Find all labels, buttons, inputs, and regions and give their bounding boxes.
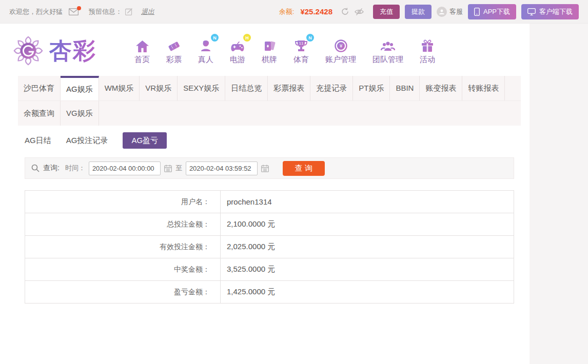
hide-balance-icon[interactable] bbox=[355, 8, 364, 15]
nav-item-lottery[interactable]: 彩票 bbox=[158, 37, 190, 65]
nav-item-sports[interactable]: 11 N 体育 bbox=[285, 37, 317, 65]
table-row-total-bet: 总投注金额： 2,100.0000 元 bbox=[25, 213, 514, 236]
client-download-button[interactable]: 客户端下载 bbox=[521, 4, 579, 19]
subtab-ag-profit-loss[interactable]: AG盈亏 bbox=[123, 132, 167, 149]
topbar-right: 余额: ¥25.2428 充值 提款 客服 APP下载 bbox=[279, 4, 579, 19]
row-label: 总投注金额： bbox=[25, 213, 221, 236]
tab-transfer-report[interactable]: 转账报表 bbox=[462, 76, 505, 100]
gamepad-icon: H bbox=[230, 37, 245, 52]
page-body: 杏彩 首页 彩票 N 真人 bbox=[0, 24, 530, 364]
header: 杏彩 首页 彩票 N 真人 bbox=[0, 24, 530, 76]
calendar-from-icon[interactable] bbox=[164, 165, 172, 172]
nav-item-egames[interactable]: H 电游 bbox=[222, 37, 253, 65]
tab-row-2: 余额查询 VG娱乐 bbox=[18, 101, 521, 126]
nav-item-live[interactable]: N 真人 bbox=[190, 37, 222, 65]
report-tabbar: 沙巴体育 AG娱乐 WM娱乐 VR娱乐 SEXY娱乐 日结总览 彩票报表 充提记… bbox=[18, 76, 521, 126]
edit-icon[interactable] bbox=[125, 8, 133, 15]
calendar-to-icon[interactable] bbox=[261, 165, 269, 172]
welcome-text: 欢迎您，烈火好猛 bbox=[9, 7, 63, 16]
brand-name: 杏彩 bbox=[49, 36, 96, 66]
tab-ag[interactable]: AG娱乐 bbox=[61, 76, 99, 100]
customer-service[interactable]: 客服 bbox=[437, 7, 463, 17]
tab-vg[interactable]: VG娱乐 bbox=[61, 101, 99, 126]
gift-icon bbox=[421, 37, 434, 52]
subtab-ag-bet-records[interactable]: AG投注记录 bbox=[66, 132, 108, 149]
phone-icon bbox=[474, 8, 480, 16]
egames-hot-badge: H bbox=[243, 34, 251, 42]
table-row-winnings: 中奖金额： 3,525.0000 元 bbox=[25, 258, 514, 281]
customer-service-icon bbox=[437, 7, 447, 17]
nav-item-promotions[interactable]: 活动 bbox=[411, 37, 443, 65]
main-nav: 首页 彩票 N 真人 H 电游 bbox=[126, 37, 443, 65]
brand-emblem-icon bbox=[12, 35, 44, 67]
team-group-icon bbox=[381, 37, 395, 52]
search-icon bbox=[31, 164, 40, 172]
time-from-input[interactable] bbox=[89, 161, 161, 175]
tab-wm[interactable]: WM娱乐 bbox=[99, 76, 140, 100]
row-value: 2,025.0000 元 bbox=[221, 236, 514, 258]
row-value: 2,100.0000 元 bbox=[221, 213, 514, 236]
mail-icon[interactable] bbox=[69, 8, 79, 15]
subtab-ag-daily[interactable]: AG日结 bbox=[25, 132, 51, 149]
client-download-label: 客户端下载 bbox=[539, 7, 573, 16]
live-dealer-icon: N bbox=[199, 37, 212, 52]
live-new-badge: N bbox=[211, 34, 219, 42]
customer-service-label: 客服 bbox=[449, 7, 463, 16]
nav-item-team[interactable]: 团队管理 bbox=[364, 37, 411, 65]
balance-value: ¥25.2428 bbox=[300, 7, 332, 16]
tab-balance-query[interactable]: 余额查询 bbox=[18, 101, 61, 126]
tab-shaba-sports[interactable]: 沙巴体育 bbox=[18, 76, 61, 100]
refresh-balance-icon[interactable] bbox=[341, 7, 349, 16]
brand-logo[interactable]: 杏彩 bbox=[12, 35, 96, 67]
row-value: 3,525.0000 元 bbox=[221, 258, 514, 281]
table-row-profit-loss: 盈亏金额： 1,425.0000 元 bbox=[25, 281, 514, 304]
tab-row-1: 沙巴体育 AG娱乐 WM娱乐 VR娱乐 SEXY娱乐 日结总览 彩票报表 充提记… bbox=[18, 76, 521, 101]
withdraw-button[interactable]: 提款 bbox=[405, 5, 432, 19]
range-separator: 至 bbox=[175, 164, 182, 173]
tab-account-change-report[interactable]: 账变报表 bbox=[420, 76, 462, 100]
tab-lottery-report[interactable]: 彩票报表 bbox=[268, 76, 310, 100]
reserved-info-label: 预留信息： bbox=[89, 7, 122, 16]
topbar: 欢迎您，烈火好猛 预留信息： 退出 余额: ¥25.2428 充值 提款 客服 bbox=[0, 0, 588, 24]
row-label: 中奖金额： bbox=[25, 258, 221, 281]
monitor-icon bbox=[527, 8, 536, 15]
tab-pt[interactable]: PT娱乐 bbox=[353, 76, 390, 100]
svg-text:¥: ¥ bbox=[339, 44, 342, 49]
tab-vr[interactable]: VR娱乐 bbox=[140, 76, 178, 100]
home-icon bbox=[136, 37, 149, 52]
profit-loss-table: 用户名： prochen1314 总投注金额： 2,100.0000 元 有效投… bbox=[25, 190, 514, 304]
recharge-button[interactable]: 充值 bbox=[373, 5, 400, 19]
row-label: 有效投注金额： bbox=[25, 236, 221, 258]
app-download-button[interactable]: APP下载 bbox=[468, 4, 516, 19]
table-row-valid-bet: 有效投注金额： 2,025.0000 元 bbox=[25, 236, 514, 258]
svg-text:11: 11 bbox=[299, 42, 304, 46]
mail-unread-dot bbox=[77, 6, 81, 10]
time-label: 时间： bbox=[65, 164, 85, 173]
tab-bbin[interactable]: BBIN bbox=[390, 76, 420, 100]
query-button[interactable]: 查 询 bbox=[283, 161, 325, 176]
row-value: 1,425.0000 元 bbox=[221, 281, 514, 304]
time-to-input[interactable] bbox=[186, 161, 258, 175]
query-label: 查询: bbox=[43, 164, 60, 173]
trophy-icon: 11 N bbox=[295, 37, 308, 52]
nav-item-home[interactable]: 首页 bbox=[126, 37, 158, 65]
sports-new-badge: N bbox=[306, 34, 314, 42]
app-download-label: APP下载 bbox=[483, 7, 510, 16]
row-value: prochen1314 bbox=[221, 191, 514, 213]
balance-label: 余额: bbox=[279, 7, 295, 16]
playing-cards-icon bbox=[263, 37, 276, 52]
logout-link[interactable]: 退出 bbox=[141, 7, 154, 16]
nav-item-account[interactable]: ¥ 账户管理 bbox=[317, 37, 364, 65]
row-label: 用户名： bbox=[25, 191, 221, 213]
ag-subtabs: AG日结 AG投注记录 AG盈亏 bbox=[25, 132, 530, 149]
tab-sexy[interactable]: SEXY娱乐 bbox=[178, 76, 225, 100]
tab-daily-summary[interactable]: 日结总览 bbox=[225, 76, 268, 100]
yen-coin-icon: ¥ bbox=[335, 37, 347, 52]
tab-deposit-withdraw-records[interactable]: 充提记录 bbox=[310, 76, 353, 100]
lottery-ticket-icon bbox=[167, 37, 181, 52]
search-bar: 查询: 时间： 至 查 询 bbox=[25, 157, 514, 179]
nav-item-cards[interactable]: 棋牌 bbox=[253, 37, 285, 65]
row-label: 盈亏金额： bbox=[25, 281, 221, 304]
table-row-username: 用户名： prochen1314 bbox=[25, 191, 514, 213]
